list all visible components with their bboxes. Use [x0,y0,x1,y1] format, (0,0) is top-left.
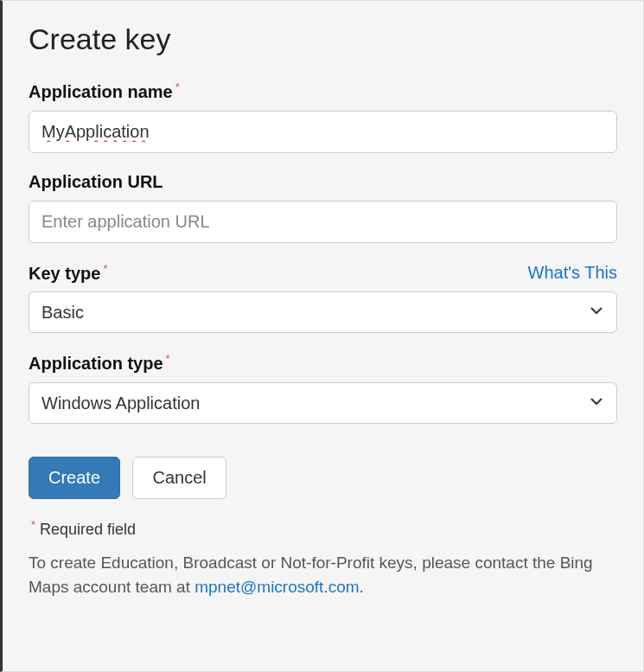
create-key-panel: Create key Application name* Application… [0,0,644,672]
key-type-label: Key type* [29,262,107,284]
key-type-group: Key type* What's This Basic [29,262,617,334]
app-name-label: Application name* [29,80,180,102]
app-type-select[interactable]: Windows Application [29,382,617,424]
required-marker: * [103,262,107,275]
page-title: Create key [29,22,617,56]
contact-email-link[interactable]: mpnet@microsoft.com [194,578,359,596]
app-url-input[interactable] [29,201,617,243]
info-text: To create Education, Broadcast or Not-fo… [29,551,617,598]
cancel-button[interactable]: Cancel [132,457,226,499]
required-footnote: * Required field [29,518,617,539]
create-button[interactable]: Create [29,457,120,499]
key-type-select[interactable]: Basic [29,291,617,333]
button-row: Create Cancel [29,457,617,499]
app-type-label: Application type* [29,352,170,374]
app-url-label: Application URL [29,172,163,192]
whats-this-link[interactable]: What's This [528,263,617,283]
required-marker: * [175,80,180,93]
app-type-group: Application type* Windows Application [29,352,617,424]
app-url-group: Application URL [29,172,617,243]
required-marker: * [166,352,170,365]
app-name-input[interactable] [29,111,617,153]
app-name-group: Application name* [29,80,617,153]
